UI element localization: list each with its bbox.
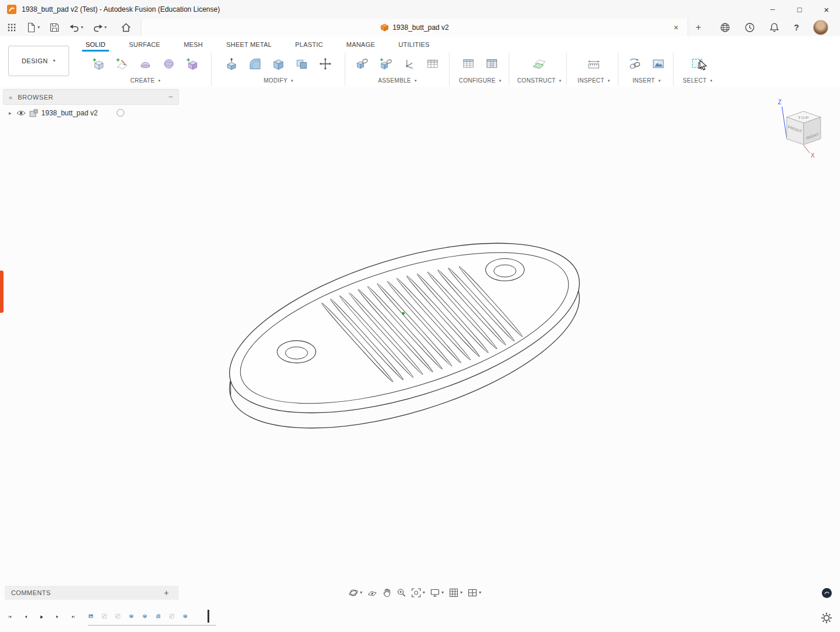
- timeline-position-marker[interactable]: [208, 610, 209, 623]
- zoom-button[interactable]: [396, 588, 407, 597]
- viewports-button[interactable]: ▾: [467, 588, 482, 597]
- press-pull-button[interactable]: [222, 53, 242, 75]
- home-button[interactable]: [117, 20, 135, 35]
- as-built-joint-button[interactable]: [376, 53, 396, 75]
- combine-icon: [295, 56, 308, 72]
- shell-button[interactable]: [268, 53, 288, 75]
- look-at-button[interactable]: [367, 588, 378, 597]
- assistant-icon: [822, 588, 832, 598]
- pan-button[interactable]: [382, 588, 392, 597]
- settings-button[interactable]: [821, 612, 832, 624]
- insert-derive-button[interactable]: [625, 53, 645, 75]
- assistant-button[interactable]: [822, 588, 832, 598]
- model-viewport-3d[interactable]: [0, 87, 840, 632]
- group-label-insert[interactable]: INSERT▾: [629, 76, 664, 85]
- configuration-table-button[interactable]: [482, 53, 502, 75]
- undo-button[interactable]: ▾: [66, 20, 87, 35]
- group-label-inspect[interactable]: INSPECT▾: [574, 76, 613, 85]
- model-screw-hole-left[interactable]: [277, 341, 316, 363]
- tab-sheet-metal[interactable]: SHEET METAL: [223, 37, 276, 52]
- display-settings-button[interactable]: ▾: [430, 588, 444, 597]
- combine-button[interactable]: [292, 53, 312, 75]
- pan-hand-icon: [382, 588, 392, 597]
- origin-point[interactable]: [402, 312, 405, 315]
- motion-study-button[interactable]: [423, 53, 443, 75]
- help-button[interactable]: ?: [790, 22, 802, 33]
- model-screw-hole-right[interactable]: [485, 259, 524, 281]
- timeline-extrude-feature[interactable]: [179, 610, 191, 622]
- redo-button[interactable]: ▾: [89, 20, 110, 35]
- minimize-button[interactable]: ─: [759, 0, 786, 19]
- timeline-track[interactable]: [88, 625, 216, 626]
- web-globe-button[interactable]: [716, 22, 734, 33]
- configuration-button[interactable]: [458, 53, 478, 75]
- group-label-select[interactable]: SELECT▾: [679, 76, 716, 85]
- timeline-sketch-feature[interactable]: [166, 610, 178, 622]
- orbit-icon: [349, 588, 358, 597]
- joint-origin-button[interactable]: [399, 53, 419, 75]
- add-comment-button[interactable]: +: [161, 587, 172, 598]
- browser-item-label[interactable]: 1938_butt_pad v2: [42, 109, 98, 117]
- grid-settings-button[interactable]: ▾: [448, 588, 463, 597]
- tab-mesh[interactable]: MESH: [180, 37, 206, 52]
- canvas-button[interactable]: [648, 53, 668, 75]
- browser-root-item[interactable]: ▸ 1938_butt_pad v2: [3, 105, 179, 121]
- select-window-button[interactable]: [688, 53, 708, 75]
- timeline-sketch-feature[interactable]: [98, 610, 110, 622]
- orbit-button[interactable]: ▾: [348, 588, 363, 597]
- move-copy-button[interactable]: [315, 53, 335, 75]
- tab-plastic[interactable]: PLASTIC: [292, 37, 327, 52]
- tab-manage[interactable]: MANAGE: [343, 37, 379, 52]
- group-label-configure[interactable]: CONFIGURE▾: [455, 76, 505, 85]
- group-label-create[interactable]: CREATE▾: [127, 76, 164, 85]
- file-menu-button[interactable]: ▾: [22, 20, 43, 35]
- create-form-button[interactable]: [182, 53, 202, 75]
- fillet-button[interactable]: [245, 53, 265, 75]
- notifications-button[interactable]: [766, 22, 783, 33]
- new-component-button[interactable]: [89, 53, 108, 75]
- document-tab-close-button[interactable]: ×: [670, 19, 682, 36]
- step-forward-button[interactable]: [52, 611, 63, 622]
- group-label-modify[interactable]: MODIFY▾: [260, 76, 297, 85]
- tab-solid[interactable]: SOLID: [82, 37, 109, 52]
- sphere-button[interactable]: [159, 53, 179, 75]
- timeline-canvas-feature[interactable]: [85, 610, 97, 622]
- tab-surface[interactable]: SURFACE: [125, 37, 164, 52]
- expand-arrow-icon[interactable]: ▸: [8, 110, 13, 116]
- axis-z-label: Z: [778, 99, 781, 105]
- fit-button[interactable]: ▾: [411, 588, 426, 597]
- measure-button[interactable]: [584, 53, 604, 75]
- timeline-fillet-feature[interactable]: [152, 610, 164, 622]
- step-back-button[interactable]: [21, 611, 31, 622]
- tab-utilities[interactable]: UTILITIES: [395, 37, 433, 52]
- group-label-construct[interactable]: CONSTRUCT▾: [513, 76, 564, 85]
- account-avatar-button[interactable]: [810, 19, 832, 36]
- joint-button[interactable]: [352, 53, 372, 75]
- browser-collapse-button[interactable]: «: [9, 94, 12, 101]
- document-tab[interactable]: 1938_butt_pad v2 ×: [141, 19, 688, 36]
- go-to-end-button[interactable]: [68, 611, 79, 622]
- visibility-eye-icon[interactable]: [16, 110, 26, 116]
- app-launcher-button[interactable]: [4, 20, 20, 35]
- group-label-assemble[interactable]: ASSEMBLE▾: [375, 76, 420, 85]
- notification-edge-strip[interactable]: [0, 271, 4, 313]
- create-sketch-button[interactable]: [112, 53, 132, 75]
- play-button[interactable]: [36, 611, 47, 622]
- browser-minimize-button[interactable]: −: [168, 93, 173, 101]
- new-tab-button[interactable]: +: [688, 19, 708, 36]
- selection-set-circle[interactable]: [117, 109, 124, 117]
- timeline-extrude-feature[interactable]: [125, 610, 137, 622]
- form-button[interactable]: [135, 53, 155, 75]
- go-to-beginning-button[interactable]: [5, 611, 15, 622]
- viewport-canvas[interactable]: « BROWSER − ▸ 1938_butt_pad v2 Z X TOP F…: [0, 87, 840, 632]
- timeline-extrude-feature[interactable]: [139, 610, 151, 622]
- offset-plane-button[interactable]: [529, 53, 549, 75]
- view-cube[interactable]: Z X TOP FRONT RIGHT: [775, 97, 834, 160]
- maximize-button[interactable]: □: [786, 0, 813, 19]
- close-button[interactable]: ×: [813, 0, 840, 19]
- timeline-sketch-feature[interactable]: [112, 610, 124, 622]
- job-status-button[interactable]: [741, 22, 759, 33]
- help-icon: ?: [794, 23, 799, 32]
- save-button[interactable]: [46, 20, 63, 35]
- comments-panel[interactable]: COMMENTS +: [5, 586, 179, 600]
